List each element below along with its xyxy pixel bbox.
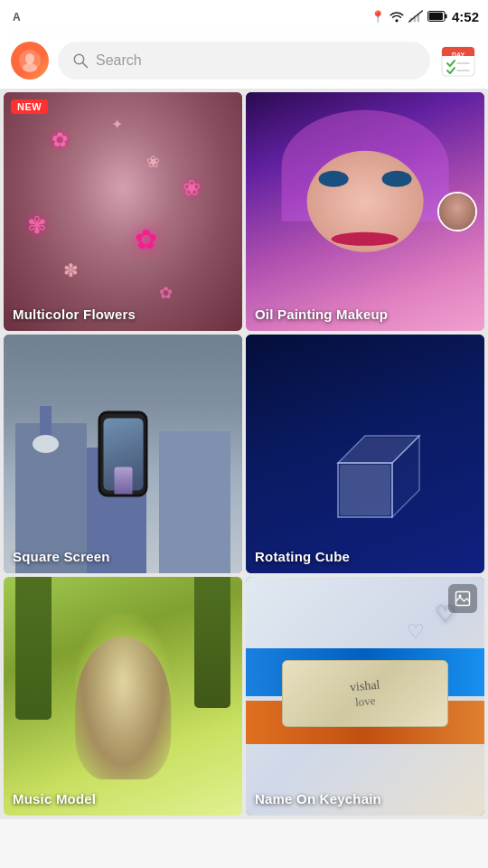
wifi-icon <box>389 10 404 23</box>
svg-rect-6 <box>429 13 443 20</box>
location-icon: 📍 <box>371 10 385 24</box>
grid-item-label: Name On Keychain <box>255 791 381 807</box>
search-icon <box>72 52 89 69</box>
status-bar: A 📍 4:52 <box>0 0 488 33</box>
status-bar-app-indicator: A <box>13 10 21 24</box>
list-item[interactable]: Oil Painting Makeup <box>246 92 484 331</box>
svg-point-8 <box>25 53 34 64</box>
search-placeholder: Search <box>96 52 142 69</box>
list-item[interactable]: Rotating Cube <box>246 335 484 573</box>
battery-icon <box>427 10 447 23</box>
header: Search DAY <box>0 33 488 89</box>
svg-point-9 <box>23 63 37 72</box>
list-item[interactable]: Square Screen <box>4 335 242 573</box>
svg-rect-25 <box>340 465 390 515</box>
signal-off-icon <box>408 10 423 23</box>
svg-text:DAY: DAY <box>452 52 465 58</box>
svg-rect-5 <box>445 14 447 18</box>
grid-item-label: Oil Painting Makeup <box>255 307 388 322</box>
photo-grid: ✿ ❀ ✾ ✿ ✽ ❀ ✦ ✿ NEW Multicolor Flowers <box>0 89 488 819</box>
list-item[interactable]: ✿ ❀ ✾ ✿ ✽ ❀ ✦ ✿ NEW Multicolor Flowers <box>4 92 242 331</box>
calendar-button[interactable]: DAY <box>439 42 477 80</box>
app-logo[interactable] <box>11 42 49 80</box>
search-bar[interactable]: Search <box>58 42 430 80</box>
gallery-icon <box>448 584 477 613</box>
new-badge: NEW <box>11 99 48 114</box>
svg-line-11 <box>83 63 88 68</box>
grid-item-label: Rotating Cube <box>255 549 350 564</box>
avatar <box>437 192 477 231</box>
grid-item-label: Square Screen <box>13 549 110 564</box>
phone-frame <box>99 411 148 497</box>
status-time: 4:52 <box>452 9 479 24</box>
list-item[interactable]: vishal love ♡ ♡ Name On Keychain <box>246 577 484 816</box>
cube-visualization <box>246 335 484 573</box>
grid-item-label: Music Model <box>13 791 96 807</box>
grid-item-label: Multicolor Flowers <box>13 307 136 322</box>
list-item[interactable]: Music Model <box>4 577 242 816</box>
status-bar-right: 📍 4:52 <box>371 9 479 24</box>
